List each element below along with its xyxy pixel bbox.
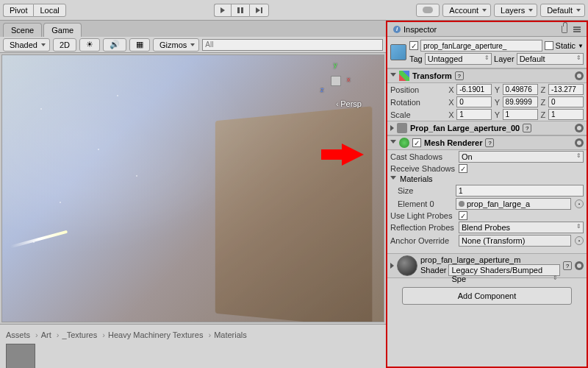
account-dropdown[interactable]: Account <box>442 4 491 17</box>
gear-icon[interactable] <box>575 261 584 270</box>
materials-size-input[interactable] <box>456 185 584 197</box>
mesh-icon <box>397 123 407 133</box>
cast-shadows-label: Cast Shadows <box>390 152 456 161</box>
crumb-1[interactable]: Art <box>41 330 60 339</box>
rotation-label: Rotation <box>390 98 446 107</box>
gizmos-dropdown[interactable]: Gizmos <box>153 38 199 52</box>
foldout-icon[interactable] <box>390 125 394 131</box>
tag-dropdown[interactable]: Untagged <box>425 53 492 65</box>
help-icon[interactable]: ? <box>485 138 494 147</box>
transform-header[interactable]: Transform ? <box>387 68 587 83</box>
gear-icon[interactable] <box>575 138 584 147</box>
scene-toolbar: Shaded 2D ☀ 🔊 ▦ Gizmos <box>0 37 386 53</box>
handle-tool-group: Pivot Local <box>3 4 66 17</box>
object-picker-icon[interactable] <box>575 199 584 208</box>
position-x-input[interactable] <box>456 84 492 95</box>
foldout-icon[interactable] <box>390 140 396 146</box>
pivot-button[interactable]: Pivot <box>3 4 33 17</box>
scale-label: Scale <box>390 110 446 119</box>
crumb-2[interactable]: _Textures <box>62 330 105 339</box>
size-label: Size <box>398 186 453 195</box>
breadcrumb[interactable]: Assets Art _Textures Heavy Machinery Tex… <box>3 328 383 342</box>
static-dropdown-icon[interactable]: ▼ <box>578 43 584 49</box>
scene-tab-label: Scene <box>11 26 34 35</box>
fx-toggle[interactable]: ▦ <box>129 38 150 52</box>
help-icon[interactable]: ? <box>455 71 464 80</box>
orientation-gizmo[interactable]: x y z <box>318 63 354 99</box>
object-name-input[interactable] <box>420 40 542 52</box>
element0-label: Element 0 <box>398 199 453 208</box>
rotation-y-input[interactable] <box>503 96 538 107</box>
scale-y-input[interactable] <box>503 109 538 120</box>
help-icon[interactable]: ? <box>523 124 531 132</box>
tab-inspector[interactable]: i Inspector <box>387 22 587 37</box>
panel-menu-icon[interactable] <box>573 29 581 30</box>
cloud-button[interactable] <box>416 4 440 17</box>
material-preview-icon <box>397 255 417 276</box>
lighting-toggle[interactable]: ☀ <box>79 38 100 52</box>
crumb-4[interactable]: Materials <box>214 330 250 339</box>
step-icon <box>256 7 262 13</box>
scene-viewport[interactable]: x y z ‹ Persp <box>1 54 384 322</box>
play-button[interactable] <box>214 4 231 17</box>
local-button[interactable]: Local <box>33 4 65 17</box>
pause-button[interactable] <box>231 4 249 17</box>
audio-toggle[interactable]: 🔊 <box>103 38 126 52</box>
layers-label: Layers <box>501 6 525 15</box>
mesh-filter-header[interactable]: Prop_fan Large_aperture_00 ? <box>387 121 587 135</box>
cloud-icon <box>423 7 433 13</box>
project-panel: Assets Art _Textures Heavy Machinery Tex… <box>0 324 386 368</box>
reflection-probes-dropdown[interactable]: Blend Probes <box>459 222 584 233</box>
tab-game[interactable]: Game <box>43 23 82 37</box>
help-icon[interactable]: ? <box>563 261 572 270</box>
receive-shadows-checkbox[interactable] <box>459 164 467 173</box>
foldout-icon[interactable] <box>390 263 394 269</box>
enabled-checkbox[interactable] <box>409 41 418 50</box>
asset-thumbnail[interactable] <box>6 344 35 368</box>
lock-icon[interactable] <box>562 26 567 33</box>
crumb-0[interactable]: Assets <box>6 330 38 339</box>
scale-z-input[interactable] <box>548 109 584 120</box>
play-icon <box>220 7 225 13</box>
element0-field[interactable]: prop_fan_large_a <box>456 198 571 210</box>
gear-icon[interactable] <box>575 124 584 132</box>
position-z-input[interactable] <box>548 84 584 95</box>
main-toolbar: Pivot Local Account Layers Default <box>0 0 588 21</box>
layout-label: Default <box>547 6 573 15</box>
layer-dropdown[interactable]: Default <box>517 53 584 65</box>
2d-toggle[interactable]: 2D <box>53 38 76 52</box>
shader-dropdown[interactable]: Legacy Shaders/Bumped Spe <box>448 264 560 276</box>
add-component-button[interactable]: Add Component <box>402 287 572 305</box>
mesh-renderer-header[interactable]: Mesh Renderer ? <box>387 135 587 150</box>
rotation-z-input[interactable] <box>548 96 584 107</box>
gear-icon[interactable] <box>575 71 584 80</box>
material-header[interactable]: prop_fan_large_aperture_m Shader Legacy … <box>387 253 587 278</box>
shading-dropdown[interactable]: Shaded <box>3 38 50 52</box>
material-name: prop_fan_large_aperture_m <box>420 255 560 264</box>
play-controls <box>214 4 269 17</box>
tab-scene[interactable]: Scene <box>3 23 42 37</box>
foldout-icon[interactable] <box>390 73 396 79</box>
object-picker-icon[interactable] <box>575 236 584 245</box>
scale-x-input[interactable] <box>456 109 492 120</box>
game-tab-label: Game <box>51 26 74 35</box>
shader-label: Shader <box>420 266 446 275</box>
static-checkbox[interactable] <box>545 41 553 50</box>
tag-label: Tag <box>409 54 423 63</box>
rotation-x-input[interactable] <box>456 96 492 107</box>
inspector-panel: i Inspector Static ▼ Tag <box>386 21 588 368</box>
layers-dropdown[interactable]: Layers <box>494 4 537 17</box>
layout-dropdown[interactable]: Default <box>540 4 585 17</box>
anchor-override-field[interactable]: None (Transform) <box>459 235 571 247</box>
position-y-input[interactable] <box>503 84 538 95</box>
crumb-3[interactable]: Heavy Machinery Textures <box>108 330 211 339</box>
materials-foldout-icon[interactable] <box>390 176 396 183</box>
light-probes-checkbox[interactable] <box>459 211 467 220</box>
scene-search-input[interactable] <box>202 39 383 51</box>
cast-shadows-dropdown[interactable]: On <box>459 151 584 163</box>
gameobject-icon[interactable] <box>390 44 406 60</box>
perspective-label[interactable]: ‹ Persp <box>336 99 362 108</box>
material-dot-icon <box>459 201 465 207</box>
step-button[interactable] <box>249 4 269 17</box>
renderer-enabled-checkbox[interactable] <box>412 138 421 147</box>
